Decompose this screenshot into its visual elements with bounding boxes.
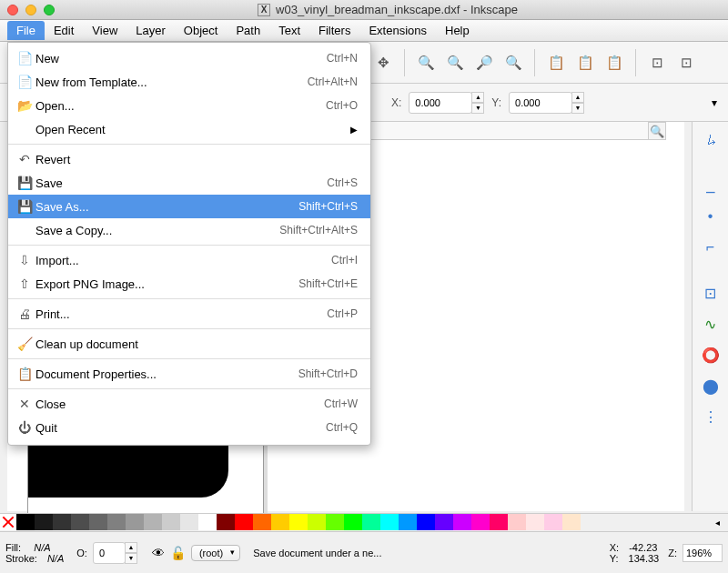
color-swatch[interactable] [126,514,144,530]
tool-zoom-out-icon[interactable]: 🔍 [443,51,467,75]
color-swatch[interactable] [107,514,126,530]
color-swatch[interactable] [71,514,89,530]
menu-view[interactable]: View [83,21,126,40]
color-swatch[interactable] [289,514,308,530]
visibility-icon[interactable]: 👁 [152,546,165,560]
close-window-button[interactable] [7,5,18,15]
swatch-none[interactable] [0,514,16,530]
menu-help[interactable]: Help [436,21,479,40]
x-input[interactable] [409,92,472,114]
snap-icon[interactable]: ⋮ [698,404,723,429]
color-swatch[interactable] [89,514,107,530]
color-swatch[interactable] [326,514,344,530]
menu-edit[interactable]: Edit [45,21,83,40]
tool-ungroup-icon[interactable]: ⊡ [674,51,698,75]
menu-item-save-a-copy[interactable]: Save a Copy...Shift+Ctrl+Alt+S [8,218,370,242]
color-swatch[interactable] [180,514,198,530]
color-swatch[interactable] [435,514,453,530]
o-spin-up[interactable]: ▲ [125,542,137,553]
menu-item-import[interactable]: ⇩Import...Ctrl+I [8,248,370,272]
menu-item-print[interactable]: 🖨Print...Ctrl+P [8,302,370,326]
menu-item-save-as[interactable]: 💾Save As...Shift+Ctrl+S [8,195,370,218]
tool-copy-icon[interactable]: 📋 [544,51,568,75]
snap-icon[interactable]: ⭕ [698,342,723,367]
menu-item-export-png-image[interactable]: ⇧Export PNG Image...Shift+Ctrl+E [8,272,370,296]
snap-icon[interactable]: ∿ [698,311,723,337]
color-swatch[interactable] [490,514,508,530]
color-swatch[interactable] [508,514,526,530]
menu-item-new[interactable]: 📄NewCtrl+N [8,46,370,70]
menu-extensions[interactable]: Extensions [359,21,436,40]
lock-icon[interactable]: 🔓 [170,546,186,560]
menu-item-document-properties[interactable]: 📋Document Properties...Shift+Ctrl+D [8,362,370,386]
color-swatch[interactable] [417,514,435,530]
menu-item-open[interactable]: 📂Open...Ctrl+O [8,94,370,117]
color-swatch[interactable] [453,514,471,530]
snap-icon[interactable]: ⌐ [698,235,723,260]
color-swatch[interactable] [53,514,71,530]
tool-paste-icon[interactable]: 📋 [573,51,597,75]
y-input[interactable] [509,92,572,114]
menu-item-save[interactable]: 💾SaveCtrl+S [8,171,370,195]
color-swatch[interactable] [235,514,253,530]
color-swatch[interactable] [253,514,271,530]
menu-item-clean-up-document[interactable]: 🧹Clean up document [8,332,370,356]
snap-icon[interactable]: ⭞ [698,127,723,153]
menu-item-close[interactable]: ✕CloseCtrl+W [8,392,370,416]
opacity-input[interactable] [93,542,126,564]
tool-zoom-sel-icon[interactable]: 🔍 [501,51,525,75]
color-swatch[interactable] [544,514,562,530]
color-swatch[interactable] [526,514,544,530]
toolbar-overflow-icon[interactable]: ▾ [712,96,717,109]
color-swatch[interactable] [471,514,490,530]
color-swatch[interactable] [399,514,417,530]
y-spin-down[interactable]: ▼ [571,103,584,114]
menu-item-quit[interactable]: ⏻QuitCtrl+Q [8,416,370,439]
color-swatch[interactable] [344,514,362,530]
tool-zoom-in-icon[interactable]: 🔍 [414,51,438,75]
menu-item-open-recent[interactable]: Open Recent▶ [8,117,370,141]
magnify-icon[interactable]: 🔍 [648,122,666,140]
color-swatch[interactable] [144,514,162,530]
menu-text[interactable]: Text [269,21,309,40]
x-spin-down[interactable]: ▼ [471,103,484,114]
zoom-window-button[interactable] [44,5,55,15]
layer-selector[interactable]: (root) [191,545,240,561]
o-spin-down[interactable]: ▼ [125,553,137,564]
menu-filters[interactable]: Filters [309,21,359,40]
tool-group-icon[interactable]: ⊡ [645,51,669,75]
separator [534,49,535,76]
snap-icon[interactable]: • [698,204,723,229]
menu-item-revert[interactable]: ↶Revert [8,147,370,171]
minimize-window-button[interactable] [25,5,36,15]
menu-item-new-from-template[interactable]: 📄New from Template...Ctrl+Alt+N [8,70,370,94]
color-swatch[interactable] [16,514,35,530]
fill-label: Fill: [5,542,21,553]
y-spin-up[interactable]: ▲ [571,92,584,103]
menu-path[interactable]: Path [227,21,269,40]
cursor-x-label: X: [610,542,619,553]
tool-zoom-fit-icon[interactable]: 🔎 [472,51,496,75]
color-swatch[interactable] [562,514,581,530]
zoom-input[interactable] [682,544,723,562]
menu-item-label: Close [35,397,324,411]
color-swatch[interactable] [308,514,326,530]
color-swatch[interactable] [162,514,180,530]
titlebar: X w03_vinyl_breadman_inkscape.dxf - Inks… [0,0,728,20]
color-swatch[interactable] [217,514,235,530]
menu-layer[interactable]: Layer [126,21,175,40]
tool-clone-icon[interactable]: 📋 [602,51,626,75]
palette-menu-icon[interactable]: ◂ [715,514,728,531]
tool-zoom-page-icon[interactable]: ✥ [371,51,395,75]
menu-file[interactable]: File [7,21,45,40]
color-swatch[interactable] [362,514,380,530]
color-swatch[interactable] [271,514,289,530]
snap-icon[interactable]: ⎯ [698,173,723,198]
menu-object[interactable]: Object [175,21,228,40]
snap-icon[interactable]: ⬤ [698,373,723,398]
color-swatch[interactable] [198,514,217,530]
snap-icon[interactable]: ⊡ [698,280,723,306]
color-swatch[interactable] [35,514,53,530]
x-spin-up[interactable]: ▲ [471,92,484,103]
color-swatch[interactable] [380,514,399,530]
